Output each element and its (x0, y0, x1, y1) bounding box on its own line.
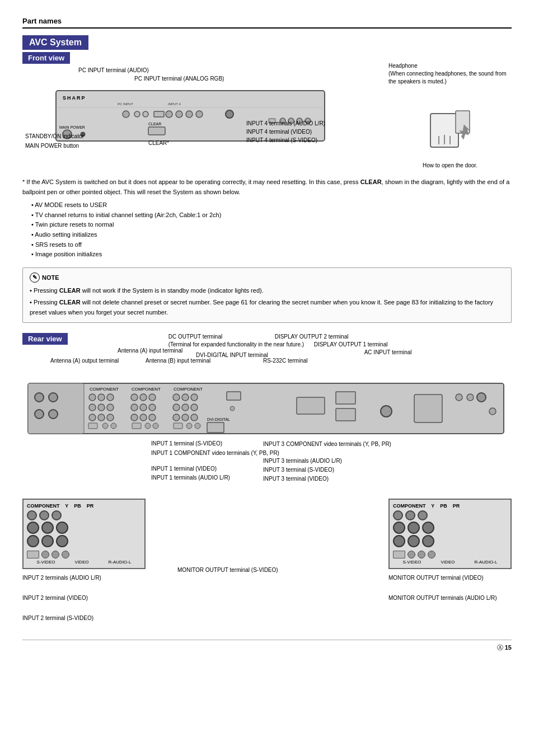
circle (418, 510, 428, 520)
rear-device-diagram: COMPONENT COMPONENT (22, 381, 512, 438)
label-input3-video: INPUT 3 terminal (VIDEO) (263, 475, 329, 482)
note-icon: ✎ (30, 273, 40, 283)
svg-text:COMPONENT: COMPONENT (132, 387, 161, 392)
svg-point-71 (191, 414, 198, 421)
svg-rect-83 (414, 395, 442, 422)
r-video-port (407, 551, 415, 558)
circle (56, 535, 68, 547)
middle-annotations: MONITOR OUTPUT terminal (S-VIDEO) (177, 499, 357, 623)
bullet-item: Audio setting initializes (31, 230, 512, 240)
svg-point-67 (182, 404, 189, 411)
page-number: Ⓐ 15 (22, 640, 512, 652)
left-panel-labels: INPUT 2 terminals (AUDIO L/R) INPUT 2 te… (22, 574, 146, 623)
component-header-left: COMPONENT Y PB PR (27, 503, 141, 509)
rear-view-badge: Rear view (22, 333, 68, 345)
circle (405, 510, 415, 520)
label-input4-svideo: INPUT 4 terminal (S-VIDEO) (246, 137, 317, 143)
svg-point-44 (98, 414, 105, 421)
r-panel-bottom-labels: S-VIDEO VIDEO R-AUDIO-L (393, 560, 507, 565)
label-input1-audio: INPUT 1 terminals (AUDIO L/R) (151, 474, 230, 481)
label-input1-svideo: INPUT 1 terminal (S-VIDEO) (151, 440, 222, 447)
circle (39, 510, 49, 520)
right-panel-labels: MONITOR OUTPUT terminal (VIDEO) MONITOR … (388, 574, 512, 603)
svg-point-61 (153, 423, 158, 429)
svg-point-42 (107, 404, 114, 411)
door-graphic: How to open the door. (388, 108, 512, 168)
svg-point-13 (226, 110, 233, 118)
label-rs232c: RS-232C terminal (263, 357, 307, 364)
svg-rect-80 (336, 392, 355, 404)
circle (51, 510, 62, 520)
right-column: Headphone (When connecting headphones, t… (388, 51, 512, 168)
label-input3-audio: INPUT 3 terminals (AUDIO L/R) (263, 457, 342, 464)
r-component-row-2 (393, 522, 507, 534)
circle (27, 510, 37, 520)
circle (27, 535, 39, 547)
svg-text:INPUT 4: INPUT 4 (168, 102, 181, 106)
label-pc-input-rgb: PC INPUT terminal (ANALOG RGB) (134, 74, 380, 83)
component-header-right: COMPONENT Y PB PR (393, 503, 507, 509)
svg-point-87 (489, 408, 496, 415)
svg-point-85 (467, 394, 474, 401)
label-input1-video: INPUT 1 terminal (VIDEO) (151, 465, 217, 472)
svg-point-55 (149, 404, 156, 411)
svg-point-7 (143, 111, 148, 117)
svg-point-10 (176, 111, 182, 118)
r-svideo-port (393, 551, 405, 558)
label-input1-component: INPUT 1 COMPONENT video terminals (Y, PB… (151, 449, 279, 457)
circle (393, 510, 403, 520)
label-monitor-output-video: MONITOR OUTPUT terminal (VIDEO) (388, 574, 512, 583)
svg-text:DVI-DIGITAL: DVI-DIGITAL (207, 417, 230, 421)
circle (56, 522, 68, 534)
headphone-label: Headphone (When connecting headphones, t… (388, 62, 512, 86)
right-input-panel: COMPONENT Y PB PR (388, 499, 512, 569)
component-row-1 (27, 510, 141, 520)
front-view-badge: Front view (22, 52, 70, 64)
bottom-port-row (27, 551, 141, 558)
svg-point-52 (149, 394, 156, 401)
r-audio-port-l (418, 551, 425, 558)
svg-point-6 (134, 111, 140, 117)
svg-rect-8 (154, 111, 164, 117)
svg-rect-17 (148, 127, 165, 135)
label-input2-audio: INPUT 2 terminals (AUDIO L/R) (22, 574, 146, 583)
label-antenna-a-output: Antenna (A) output terminal (50, 357, 119, 364)
front-device-diagram: SHARP PC INPUT INPUT 4 (22, 85, 380, 148)
avc-badge: AVC System (22, 35, 88, 50)
svg-point-57 (140, 414, 147, 421)
label-input4-audio: INPUT 4 terminals (AUDIO L/R) (246, 120, 325, 126)
svg-text:PC INPUT: PC INPUT (118, 102, 133, 106)
bullet-item: TV channel returns to initial channel se… (31, 210, 512, 220)
svg-point-48 (111, 423, 116, 429)
note-box: ✎ NOTE • Pressing CLEAR will not work if… (22, 267, 512, 323)
bullet-item: SRS resets to off (31, 240, 512, 250)
video-port (41, 551, 49, 558)
note-line-2: • Pressing CLEAR will not delete channel… (30, 298, 504, 317)
label-input3-component: INPUT 3 COMPONENT video terminals (Y, PB… (263, 440, 391, 448)
svg-point-39 (107, 394, 114, 401)
svg-rect-26 (456, 111, 470, 133)
label-standby: STANDBY/ON indicator (25, 133, 84, 140)
circle (393, 522, 405, 534)
door-svg (425, 108, 475, 158)
svg-text:SHARP: SHARP (63, 95, 86, 101)
svg-point-12 (196, 111, 203, 118)
svg-point-40 (89, 404, 96, 411)
rear-device-svg: COMPONENT COMPONENT (22, 381, 509, 436)
svg-point-56 (131, 414, 138, 421)
bottom-panels: COMPONENT Y PB PR (22, 499, 512, 623)
svg-point-5 (123, 111, 129, 118)
label-antenna-a-input: Antenna (A) input terminal (118, 347, 182, 354)
svg-point-33 (49, 393, 58, 402)
svg-rect-79 (297, 397, 325, 414)
audio-port-l (51, 551, 59, 558)
circle (422, 535, 434, 547)
bullet-item: Twin picture resets to normal (31, 220, 512, 230)
label-dvi-digital: DVI-DIGITAL INPUT terminal (196, 351, 268, 359)
avc-system-section: AVC System Front view PC INPUT terminal … (22, 35, 512, 168)
label-display-output2: DISPLAY OUTPUT 2 terminal (275, 333, 349, 341)
svg-point-73 (186, 423, 192, 429)
svg-point-51 (140, 394, 147, 401)
svg-point-41 (98, 404, 105, 411)
svg-point-60 (145, 423, 151, 429)
